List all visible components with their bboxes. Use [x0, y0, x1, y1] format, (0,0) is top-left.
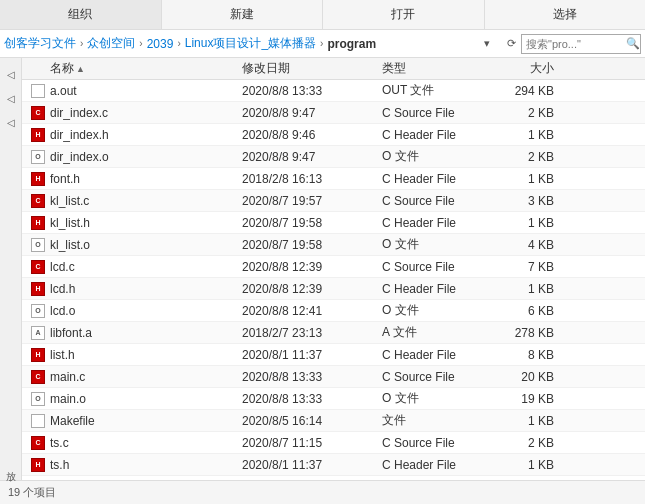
file-type: A 文件	[382, 324, 502, 341]
file-date: 2020/8/8 13:33	[242, 84, 382, 98]
table-row[interactable]: H lcd.h 2020/8/8 12:39 C Header File 1 K…	[22, 278, 645, 300]
file-size: 1 KB	[502, 216, 562, 230]
path-segment-3[interactable]: Linux项目设计_媒体播器	[185, 35, 316, 52]
col-header-size[interactable]: 大小	[502, 60, 562, 77]
file-type-icon	[30, 413, 46, 429]
table-row[interactable]: O lcd.o 2020/8/8 12:41 O 文件 6 KB	[22, 300, 645, 322]
address-bar: 创客学习文件 › 众创空间 › 2039 › Linux项目设计_媒体播器 › …	[0, 30, 645, 58]
path-segment-1[interactable]: 众创空间	[87, 35, 135, 52]
file-size: 278 KB	[502, 326, 562, 340]
path-segment-2[interactable]: 2039	[147, 37, 174, 51]
file-list-header: 名称 ▲ 修改日期 类型 大小	[22, 58, 645, 80]
table-row[interactable]: O main.o 2020/8/8 13:33 O 文件 19 KB	[22, 388, 645, 410]
search-box[interactable]: 🔍	[521, 34, 641, 54]
file-name: C kl_list.c	[22, 193, 242, 209]
file-size: 3 KB	[502, 194, 562, 208]
path-segment-0[interactable]: 创客学习文件	[4, 35, 76, 52]
path-arrow-1: ›	[139, 38, 142, 49]
table-row[interactable]: C dir_index.c 2020/8/8 9:47 C Source Fil…	[22, 102, 645, 124]
table-row[interactable]: Makefile 2020/8/5 16:14 文件 1 KB	[22, 410, 645, 432]
file-type-icon: C	[30, 193, 46, 209]
status-text: 19 个项目	[8, 485, 56, 500]
file-type: O 文件	[382, 148, 502, 165]
path-arrow-0: ›	[80, 38, 83, 49]
file-name: O main.o	[22, 391, 242, 407]
table-row[interactable]: H dir_index.h 2020/8/8 9:46 C Header Fil…	[22, 124, 645, 146]
table-row[interactable]: C main.c 2020/8/8 13:33 C Source File 20…	[22, 366, 645, 388]
file-size: 7 KB	[502, 260, 562, 274]
address-actions: ▾ ⟳	[477, 34, 521, 54]
toolbar-select[interactable]: 选择	[485, 0, 646, 29]
file-type-icon: H	[30, 215, 46, 231]
file-date: 2020/8/8 9:46	[242, 128, 382, 142]
file-date: 2020/8/7 19:58	[242, 238, 382, 252]
file-type: OUT 文件	[382, 82, 502, 99]
file-rows-container: a.out 2020/8/8 13:33 OUT 文件 294 KB C dir…	[22, 80, 645, 480]
table-row[interactable]: O kl_list.o 2020/8/7 19:58 O 文件 4 KB	[22, 234, 645, 256]
file-size: 1 KB	[502, 128, 562, 142]
col-header-date[interactable]: 修改日期	[242, 60, 382, 77]
file-date: 2020/8/7 19:57	[242, 194, 382, 208]
toolbar-organize[interactable]: 组织	[0, 0, 162, 29]
table-row[interactable]: O ts.o 2020/8/7 19:00 O 文件 2 KB	[22, 476, 645, 480]
file-type-icon: C	[30, 259, 46, 275]
table-row[interactable]: H font.h 2018/2/8 16:13 C Header File 1 …	[22, 168, 645, 190]
col-header-type[interactable]: 类型	[382, 60, 502, 77]
file-type: C Source File	[382, 260, 502, 274]
file-name: A libfont.a	[22, 325, 242, 341]
table-row[interactable]: C ts.c 2020/8/7 11:15 C Source File 2 KB	[22, 432, 645, 454]
dropdown-btn[interactable]: ▾	[477, 34, 497, 54]
file-size: 20 KB	[502, 370, 562, 384]
table-row[interactable]: H list.h 2020/8/1 11:37 C Header File 8 …	[22, 344, 645, 366]
file-name: C ts.c	[22, 435, 242, 451]
file-date: 2020/8/8 9:47	[242, 150, 382, 164]
refresh-btn[interactable]: ⟳	[501, 34, 521, 54]
file-name: H dir_index.h	[22, 127, 242, 143]
file-type: C Source File	[382, 194, 502, 208]
file-date: 2020/8/1 11:37	[242, 458, 382, 472]
table-row[interactable]: O dir_index.o 2020/8/8 9:47 O 文件 2 KB	[22, 146, 645, 168]
path-current: program	[327, 37, 376, 51]
file-type-icon: H	[30, 457, 46, 473]
table-row[interactable]: C kl_list.c 2020/8/7 19:57 C Source File…	[22, 190, 645, 212]
sidebar-icon-1[interactable]: ◁	[3, 90, 19, 106]
table-row[interactable]: a.out 2020/8/8 13:33 OUT 文件 294 KB	[22, 80, 645, 102]
file-name: H list.h	[22, 347, 242, 363]
file-type-icon: O	[30, 149, 46, 165]
file-name: O kl_list.o	[22, 237, 242, 253]
file-name: H font.h	[22, 171, 242, 187]
file-date: 2020/8/8 12:41	[242, 304, 382, 318]
file-type-icon: H	[30, 347, 46, 363]
sidebar-icon-2[interactable]: ◁	[3, 114, 19, 130]
sidebar-icon-3[interactable]: 放	[3, 456, 19, 472]
file-name: C main.c	[22, 369, 242, 385]
path-arrow-3: ›	[320, 38, 323, 49]
file-type: C Source File	[382, 106, 502, 120]
table-row[interactable]: C lcd.c 2020/8/8 12:39 C Source File 7 K…	[22, 256, 645, 278]
file-name: a.out	[22, 83, 242, 99]
sort-arrow: ▲	[76, 64, 85, 74]
table-row[interactable]: H ts.h 2020/8/1 11:37 C Header File 1 KB	[22, 454, 645, 476]
path-arrow-2: ›	[177, 38, 180, 49]
file-size: 8 KB	[502, 348, 562, 362]
file-size: 2 KB	[502, 150, 562, 164]
sidebar-icon-0[interactable]: ◁	[3, 66, 19, 82]
table-row[interactable]: H kl_list.h 2020/8/7 19:58 C Header File…	[22, 212, 645, 234]
col-header-name[interactable]: 名称 ▲	[22, 60, 242, 77]
file-type-icon: O	[30, 303, 46, 319]
file-type-icon: H	[30, 281, 46, 297]
table-row[interactable]: A libfont.a 2018/2/7 23:13 A 文件 278 KB	[22, 322, 645, 344]
file-date: 2020/8/5 16:14	[242, 414, 382, 428]
file-type-icon: O	[30, 391, 46, 407]
file-date: 2020/8/7 19:58	[242, 216, 382, 230]
status-bar: 19 个项目	[0, 480, 645, 504]
file-size: 2 KB	[502, 480, 562, 481]
toolbar-open[interactable]: 打开	[323, 0, 485, 29]
file-type: C Source File	[382, 370, 502, 384]
file-type-icon: O	[30, 479, 46, 481]
file-size: 1 KB	[502, 282, 562, 296]
file-type: C Header File	[382, 216, 502, 230]
file-list: 名称 ▲ 修改日期 类型 大小 a.out 2020/8/8 13:33 OUT…	[22, 58, 645, 480]
toolbar-new[interactable]: 新建	[162, 0, 324, 29]
search-input[interactable]	[526, 38, 626, 50]
